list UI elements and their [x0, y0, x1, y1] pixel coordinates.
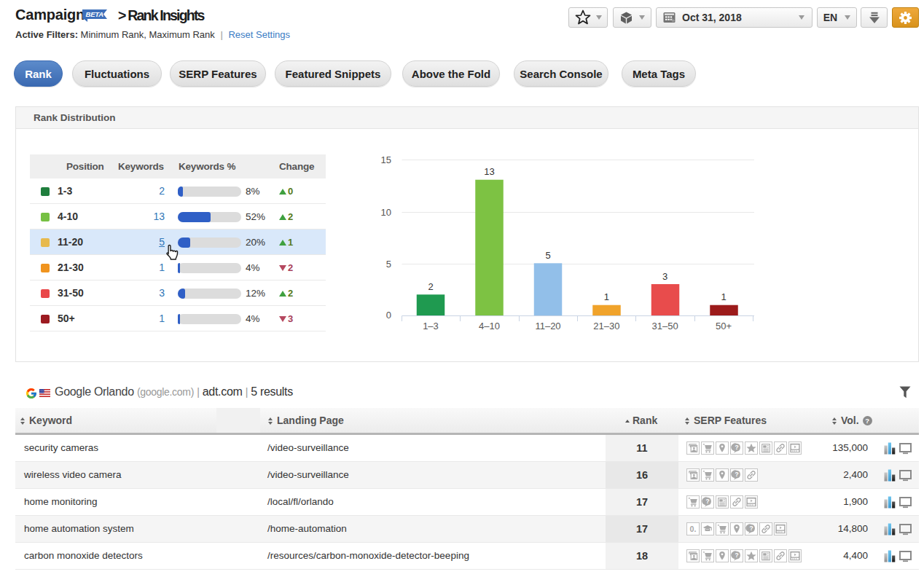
svg-text:0.: 0. [690, 525, 697, 533]
svg-text:?: ? [735, 444, 738, 451]
svg-text:?: ? [735, 471, 738, 478]
svg-text:31–50: 31–50 [651, 321, 678, 331]
svg-text:0: 0 [385, 310, 391, 321]
svg-text:?: ? [705, 498, 709, 505]
svg-text:?: ? [749, 525, 753, 532]
svg-text:5: 5 [545, 250, 550, 261]
svg-text:5: 5 [385, 259, 391, 270]
svg-text:11–20: 11–20 [535, 321, 560, 331]
svg-text:50+: 50+ [715, 321, 731, 331]
svg-text:2: 2 [428, 281, 433, 292]
svg-text:15: 15 [380, 154, 391, 165]
svg-text:3: 3 [662, 271, 667, 282]
svg-text:21–30: 21–30 [593, 321, 619, 331]
svg-text:?: ? [735, 552, 738, 559]
svg-text:10: 10 [380, 207, 391, 218]
svg-text:1: 1 [721, 291, 726, 302]
svg-text:13: 13 [484, 166, 494, 177]
svg-text:4–10: 4–10 [479, 321, 500, 331]
svg-text:1: 1 [603, 291, 608, 302]
svg-text:BETA: BETA [86, 10, 104, 18]
svg-text:1–3: 1–3 [423, 321, 439, 331]
